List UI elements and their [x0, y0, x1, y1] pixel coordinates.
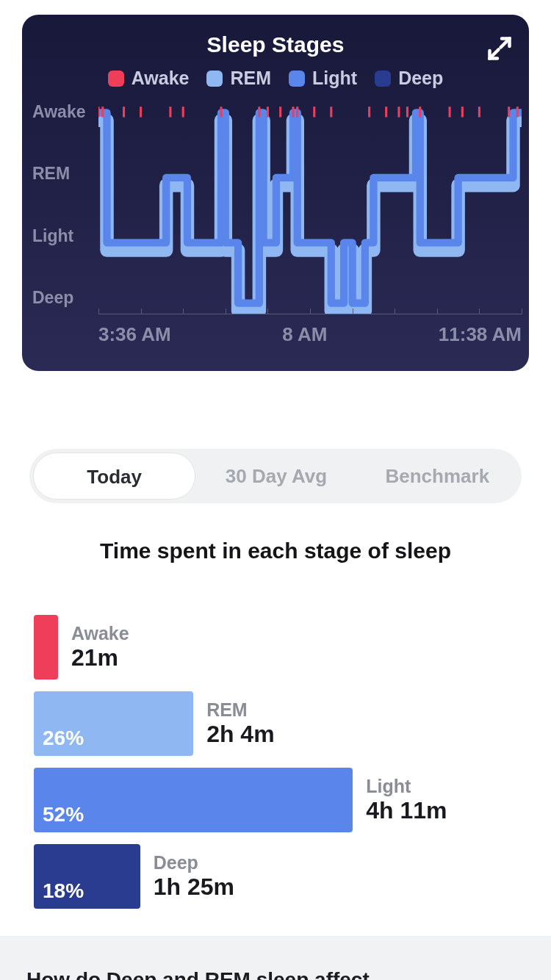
tab-benchmark[interactable]: Benchmark — [357, 453, 518, 500]
svg-rect-13 — [330, 107, 332, 117]
legend-chip — [375, 71, 391, 87]
stage-bar-value: 2h 4m — [206, 721, 274, 748]
svg-rect-0 — [98, 107, 100, 117]
stage-bar-value: 1h 25m — [154, 873, 234, 901]
y-axis: Awake REM Light Deep — [32, 102, 103, 308]
legend-chip — [108, 71, 124, 87]
svg-rect-5 — [182, 107, 184, 117]
expand-icon[interactable] — [486, 35, 513, 62]
tab-today[interactable]: Today — [33, 453, 195, 500]
svg-rect-2 — [123, 107, 125, 117]
stage-bar-value: 21m — [71, 644, 129, 671]
stage-bar-label: REM — [206, 699, 274, 721]
svg-rect-7 — [258, 107, 260, 117]
stage-bar-row: 18%Deep1h 25m — [34, 844, 517, 909]
svg-rect-17 — [406, 107, 408, 117]
x-axis: 3:36 AM 8 AM 11:38 AM — [98, 314, 522, 350]
stage-bar-pct: 18% — [43, 879, 84, 903]
tab-bar: Today 30 Day Avg Benchmark — [29, 449, 522, 503]
stage-bar — [34, 615, 58, 680]
svg-rect-4 — [169, 107, 171, 117]
stage-bar-value: 4h 11m — [366, 797, 447, 824]
info-section: How do Deep and REM sleep affect — [0, 936, 551, 980]
stage-bar: 18% — [34, 844, 140, 909]
svg-rect-22 — [508, 107, 510, 117]
stage-bars: Awake21m26%REM2h 4m52%Light4h 11m18%Deep… — [34, 615, 517, 909]
svg-rect-20 — [461, 107, 464, 117]
svg-rect-9 — [279, 107, 281, 117]
svg-rect-23 — [516, 107, 519, 117]
svg-rect-12 — [313, 107, 315, 117]
svg-rect-10 — [292, 107, 294, 117]
stage-bar: 52% — [34, 768, 353, 832]
stage-bar-row: 52%Light4h 11m — [34, 768, 517, 832]
stage-bar-pct: 52% — [43, 803, 84, 826]
stage-bar-label: Awake — [71, 623, 129, 644]
legend-item-awake: Awake — [108, 68, 190, 89]
stage-bar-row: Awake21m — [34, 615, 517, 680]
svg-rect-16 — [397, 107, 400, 117]
tab-30-day-avg[interactable]: 30 Day Avg — [195, 453, 356, 500]
svg-rect-3 — [140, 107, 142, 117]
stage-bar-label: Deep — [154, 852, 234, 873]
svg-rect-6 — [220, 107, 222, 117]
legend-item-rem: REM — [206, 68, 271, 89]
card-title: Sleep Stages — [22, 32, 529, 57]
sleep-plot — [98, 102, 522, 314]
legend-chip — [289, 71, 305, 87]
info-heading: How do Deep and REM sleep affect — [26, 968, 525, 980]
svg-rect-15 — [385, 107, 387, 117]
svg-rect-1 — [101, 107, 104, 117]
svg-rect-11 — [296, 107, 298, 117]
sleep-stages-card: Sleep Stages Awake REM Light Deep Awake … — [22, 15, 529, 371]
legend-item-deep: Deep — [375, 68, 443, 89]
svg-rect-19 — [449, 107, 451, 117]
section-title: Time spent in each stage of sleep — [0, 538, 551, 563]
svg-rect-18 — [419, 107, 421, 117]
chart-legend: Awake REM Light Deep — [22, 68, 529, 89]
stage-bar-label: Light — [366, 776, 447, 797]
stage-bar: 26% — [34, 691, 193, 756]
legend-chip — [206, 71, 223, 87]
legend-item-light: Light — [289, 68, 357, 89]
svg-rect-14 — [368, 107, 370, 117]
svg-rect-21 — [478, 107, 480, 117]
stage-bar-pct: 26% — [43, 727, 84, 750]
sleep-stages-chart[interactable]: Awake REM Light Deep — [22, 102, 529, 308]
stage-bar-row: 26%REM2h 4m — [34, 691, 517, 756]
svg-rect-8 — [267, 107, 269, 117]
